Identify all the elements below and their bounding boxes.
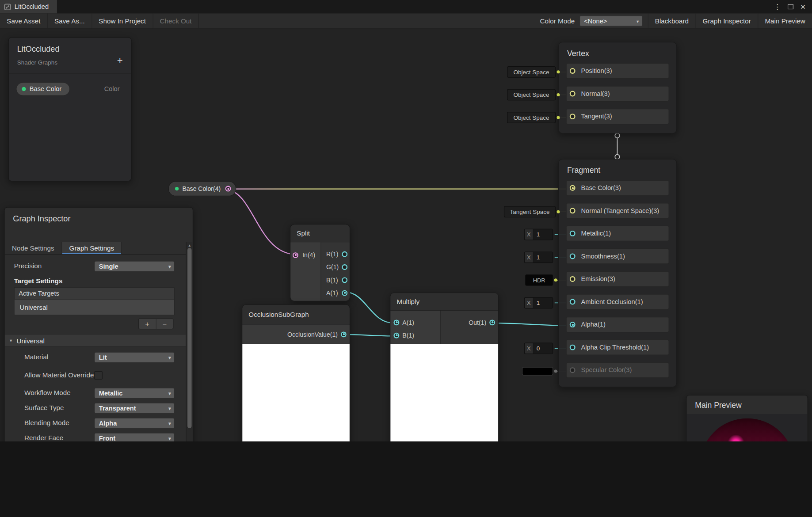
ambient-occlusion-value[interactable]: 1 xyxy=(534,298,553,308)
port-normal-ts[interactable] xyxy=(570,208,576,213)
slot-ambient-occlusion-label: Ambient Occlusion(1) xyxy=(581,298,643,305)
smoothness-value[interactable]: 1 xyxy=(534,252,553,262)
blending-mode-dropdown[interactable]: Alpha ▾ xyxy=(94,418,175,429)
port-tangent[interactable] xyxy=(570,114,576,119)
vertex-node[interactable]: Vertex Position(3) Normal(3) Tangent(3) xyxy=(558,42,677,133)
chevron-down-icon: ▾ xyxy=(168,421,171,426)
base-color-property-node[interactable]: Base Color(4) xyxy=(168,181,236,196)
port-specular xyxy=(570,367,576,373)
workflow-dropdown[interactable]: Metallic ▾ xyxy=(94,388,175,399)
x-axis-label: X xyxy=(525,298,534,308)
split-node[interactable]: Split In(4) R(1) G(1) B(1) A(1) xyxy=(290,224,350,301)
tab-graph-settings[interactable]: Graph Settings xyxy=(62,242,122,254)
window-tab[interactable]: LitOccluded xyxy=(0,0,57,13)
port-alpha[interactable] xyxy=(570,322,576,327)
target-settings-heading: Target Settings xyxy=(14,274,175,287)
inspector-tabs: Node Settings Graph Settings xyxy=(5,242,186,255)
alpha-clip-value-field[interactable]: X 0 xyxy=(524,343,553,354)
slot-b-label: B(1) xyxy=(326,276,338,283)
target-item-universal[interactable]: Universal xyxy=(15,299,174,315)
x-axis-label: X xyxy=(525,229,534,239)
slot-tangent-label: Tangent(3) xyxy=(581,113,612,120)
port-multiply-b[interactable] xyxy=(393,332,399,338)
tangent-space-dropdown[interactable]: Tangent Space xyxy=(504,206,556,217)
slot-r-label: R(1) xyxy=(326,250,338,257)
title-bar: LitOccluded ⋮ ✕ xyxy=(0,0,812,13)
slot-g: G(1) xyxy=(321,260,349,273)
surface-type-dropdown[interactable]: Transparent ▾ xyxy=(94,403,175,414)
port-ambient-occlusion[interactable] xyxy=(570,299,576,305)
port-base-color[interactable] xyxy=(570,185,576,191)
occlusion-subgraph-node[interactable]: OcclusionSubGraph OcclusionValue(1) xyxy=(242,304,350,441)
port-g[interactable] xyxy=(342,264,347,270)
graph-inspector-toggle-button[interactable]: Graph Inspector xyxy=(695,13,758,28)
remove-target-button[interactable]: − xyxy=(156,319,173,329)
add-target-button[interactable]: + xyxy=(139,319,156,329)
port-in[interactable] xyxy=(293,252,298,258)
port-base-color-out[interactable] xyxy=(225,186,231,192)
add-property-button[interactable]: + xyxy=(117,55,123,65)
slot-multiply-a-label: A(1) xyxy=(402,319,414,326)
color-mode-value: <None> xyxy=(584,17,607,24)
port-smoothness[interactable] xyxy=(570,253,576,259)
scroll-up-icon[interactable]: ▲ xyxy=(187,243,193,247)
port-b[interactable] xyxy=(342,277,347,283)
split-inputs: In(4) xyxy=(290,242,321,300)
blackboard-toggle-button[interactable]: Blackboard xyxy=(648,13,695,28)
base-color-property-pill[interactable]: Base Color xyxy=(16,82,70,95)
alpha-clip-value[interactable]: 0 xyxy=(534,343,553,354)
render-face-dropdown[interactable]: Front ▾ xyxy=(94,433,175,441)
port-normal[interactable] xyxy=(570,91,576,97)
allow-override-checkbox[interactable] xyxy=(94,371,103,380)
ambient-occlusion-value-field[interactable]: X 1 xyxy=(524,297,553,308)
port-emission[interactable] xyxy=(570,276,576,282)
port-multiply-out[interactable] xyxy=(489,319,495,325)
main-preview-toggle-button[interactable]: Main Preview xyxy=(758,13,812,28)
universal-foldout[interactable]: ▼ Universal xyxy=(5,335,186,347)
show-in-project-button[interactable]: Show In Project xyxy=(92,13,153,28)
active-targets-label: Active Targets xyxy=(15,288,174,299)
color-mode-dropdown[interactable]: <None> ▾ xyxy=(579,15,643,27)
precision-dropdown[interactable]: Single ▾ xyxy=(94,261,175,272)
object-space-dropdown[interactable]: Object Space xyxy=(507,112,556,123)
emission-hdr-color-field[interactable]: HDR xyxy=(525,274,553,286)
workflow-label: Workflow Mode xyxy=(14,389,95,398)
maximize-icon[interactable] xyxy=(788,4,793,9)
material-row: Material Lit ▾ xyxy=(14,350,175,365)
multiply-node[interactable]: Multiply A(1) B(1) Out(1) xyxy=(390,293,499,441)
port-r[interactable] xyxy=(342,251,347,257)
port-multiply-a[interactable] xyxy=(393,319,399,325)
fragment-node[interactable]: Fragment Base Color(3) Normal (Tangent S… xyxy=(558,159,677,388)
allow-override-label: Allow Material Override xyxy=(14,371,95,380)
save-as-button[interactable]: Save As... xyxy=(48,13,92,28)
scrollbar-thumb[interactable] xyxy=(187,248,191,428)
close-icon[interactable]: ✕ xyxy=(800,3,806,11)
slot-normal-ts-label: Normal (Tangent Space)(3) xyxy=(581,207,660,214)
metallic-value[interactable]: 1 xyxy=(534,229,553,239)
port-a[interactable] xyxy=(342,290,347,296)
slot-occlusion-value-label: OcclusionValue(1) xyxy=(287,331,338,338)
material-dropdown[interactable]: Lit ▾ xyxy=(94,352,175,363)
more-icon[interactable]: ⋮ xyxy=(774,3,781,11)
smoothness-value-field[interactable]: X 1 xyxy=(524,251,553,263)
slot-base-color-label: Base Color(3) xyxy=(581,184,621,191)
metallic-value-field[interactable]: X 1 xyxy=(524,229,553,240)
port-position[interactable] xyxy=(570,68,576,74)
property-dot-icon xyxy=(22,87,26,91)
precision-value: Single xyxy=(99,263,118,270)
split-node-title: Split xyxy=(290,224,350,242)
save-asset-button[interactable]: Save Asset xyxy=(0,13,48,28)
object-space-dropdown[interactable]: Object Space xyxy=(507,89,556,101)
tab-node-settings[interactable]: Node Settings xyxy=(5,242,62,254)
preview-sphere[interactable] xyxy=(700,418,794,441)
chevron-down-icon: ▾ xyxy=(168,391,171,396)
port-alpha-clip[interactable] xyxy=(570,345,576,350)
object-space-label: Object Space xyxy=(514,114,549,121)
slot-smoothness-label: Smoothness(1) xyxy=(581,253,625,260)
port-occlusion-value[interactable] xyxy=(341,331,347,337)
object-space-dropdown[interactable]: Object Space xyxy=(507,66,556,78)
precision-row: Precision Single ▾ xyxy=(14,259,175,274)
port-metallic[interactable] xyxy=(570,231,576,236)
inspector-scrollbar[interactable]: ▲ ▼ xyxy=(186,242,193,441)
slot-occlusion-value: OcclusionValue(1) xyxy=(242,325,350,344)
